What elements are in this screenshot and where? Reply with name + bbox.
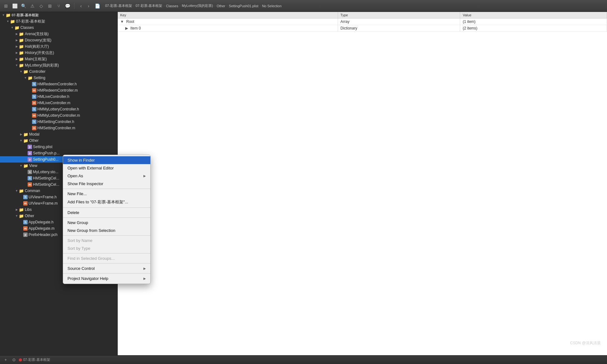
menu-sort-by-type: Sort by Type <box>63 244 150 252</box>
separator-3 <box>63 217 150 218</box>
menu-source-control[interactable]: Source Control ▶ <box>63 265 150 272</box>
menu-sort-by-name: Sort by Name <box>63 237 150 244</box>
menu-delete[interactable]: Delete <box>63 209 150 217</box>
menu-show-file-inspector[interactable]: Show File Inspector <box>63 180 150 188</box>
grid-icon[interactable]: ⊞ <box>46 3 53 9</box>
menu-project-navigator-help[interactable]: Project Navigator Help ▶ <box>63 275 150 282</box>
forward-button[interactable]: › <box>85 3 92 9</box>
separator-1 <box>63 189 150 189</box>
separator-2 <box>63 207 150 208</box>
branch-icon[interactable]: ⑂ <box>55 3 62 9</box>
menu-show-in-finder[interactable]: Show in Finder <box>63 156 150 164</box>
menu-find-in-groups-label: Find in Selected Groups... <box>67 256 115 261</box>
breadcrumb: 07-彩票-基本框架 › 07-彩票-基本框架 › Classes › MyLo… <box>105 3 604 8</box>
menu-show-in-finder-label: Show in Finder <box>67 158 95 163</box>
project-navigator-help-arrow-icon: ▶ <box>143 277 146 280</box>
menu-add-files[interactable]: Add Files to "07-彩票-基本框架"... <box>63 198 150 206</box>
menu-source-control-label: Source Control <box>67 266 95 271</box>
bottom-bar: + ⊙ 07-彩票-基本框架 <box>0 355 607 364</box>
context-menu: Show in Finder Open with External Editor… <box>63 155 151 284</box>
breadcrumb-sep-0: › <box>133 4 134 8</box>
sep1 <box>74 3 74 9</box>
nav-arrows: ‹ › <box>78 3 92 9</box>
breadcrumb-4[interactable]: Other <box>217 4 225 8</box>
filter-button[interactable]: ⊙ <box>11 357 17 363</box>
menu-show-file-inspector-label: Show File Inspector <box>67 181 103 186</box>
breadcrumb-sep-2: › <box>180 4 180 8</box>
breadcrumb-sep-3: › <box>214 4 215 8</box>
menu-find-in-groups: Find in Selected Groups... <box>63 254 150 262</box>
status-label: 07-彩票-基本框架 <box>23 357 50 362</box>
file-icon[interactable]: ⬜ <box>11 3 18 9</box>
separator-5 <box>63 253 150 254</box>
open-as-arrow-icon: ▶ <box>143 174 146 178</box>
project-icon[interactable]: ⊞ <box>3 3 9 9</box>
menu-new-file[interactable]: New File... <box>63 190 150 198</box>
source-control-arrow-icon: ▶ <box>143 267 146 270</box>
menu-new-group-selection[interactable]: New Group from Selection <box>63 227 150 234</box>
separator-7 <box>63 273 150 274</box>
menu-new-group-selection-label: New Group from Selection <box>67 228 115 233</box>
menu-new-group[interactable]: New Group <box>63 219 150 227</box>
menu-sort-by-type-label: Sort by Type <box>67 246 90 251</box>
warning-icon[interactable]: ⚠ <box>29 3 36 9</box>
file-nav-icon[interactable]: 📄 <box>94 3 101 9</box>
menu-open-external-editor[interactable]: Open with External Editor <box>63 164 150 172</box>
comment-icon[interactable]: 💬 <box>64 3 71 9</box>
back-button[interactable]: ‹ <box>78 3 84 9</box>
menu-sort-by-name-label: Sort by Name <box>67 238 92 243</box>
status-dot <box>19 358 22 361</box>
breadcrumb-sep-4: › <box>227 4 228 8</box>
bookmark-icon[interactable]: ◇ <box>38 3 45 9</box>
breadcrumb-2[interactable]: Classes <box>166 4 178 8</box>
menu-open-as[interactable]: Open As ▶ <box>63 172 150 180</box>
breadcrumb-sep-5: › <box>260 4 261 8</box>
menu-add-files-label: Add Files to "07-彩票-基本框架"... <box>67 199 128 205</box>
context-menu-overlay[interactable]: Show in Finder Open with External Editor… <box>0 12 607 355</box>
toolbar: ⊞ ⬜ 🔍 ⚠ ◇ ⊞ ⑂ 💬 ‹ › 📄 07-彩票-基本框架 › 07-彩票… <box>0 0 607 12</box>
breadcrumb-sep-1: › <box>164 4 164 8</box>
breadcrumb-6: No Selection <box>262 4 282 8</box>
breadcrumb-5[interactable]: SettingPush01.plist <box>229 4 258 8</box>
separator-4 <box>63 235 150 236</box>
menu-open-external-editor-label: Open with External Editor <box>67 166 114 170</box>
main-area: ▼ 📁 07-彩票-基本框架 ▼ 📁 07-彩票-基本框架 ▼ 📁 Classe… <box>0 12 607 355</box>
status-area: 07-彩票-基本框架 <box>19 357 50 362</box>
add-button[interactable]: + <box>3 357 9 363</box>
search-icon[interactable]: 🔍 <box>20 3 27 9</box>
breadcrumb-1[interactable]: 07-彩票-基本框架 <box>136 3 163 8</box>
menu-new-file-label: New File... <box>67 191 87 196</box>
menu-open-as-label: Open As <box>67 174 83 178</box>
menu-project-navigator-help-label: Project Navigator Help <box>67 276 108 281</box>
breadcrumb-3[interactable]: MyLottery(我的彩票) <box>182 3 213 8</box>
separator-6 <box>63 263 150 264</box>
breadcrumb-0[interactable]: 07-彩票-基本框架 <box>105 3 132 8</box>
menu-new-group-label: New Group <box>67 220 88 225</box>
menu-delete-label: Delete <box>67 210 79 215</box>
